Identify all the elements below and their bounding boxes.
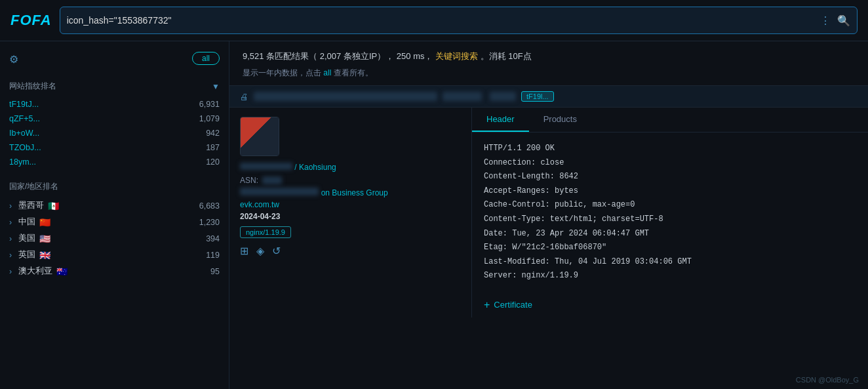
card-actions: ⊞ ◈ ↺	[240, 245, 461, 257]
header-line: HTTP/1.1 200 OK	[484, 142, 856, 156]
fingerprint-section-title: 网站指纹排名 ▼	[9, 81, 220, 92]
entry-url-blurred	[254, 92, 437, 101]
header-line: Last-Modified: Thu, 04 Jul 2019 03:04:06…	[484, 255, 856, 270]
asn-value-blurred	[262, 176, 282, 184]
search-icons: ⋮ 🔍	[820, 14, 850, 27]
result-card: / Kaohsiung ASN: on Business Group evk.c…	[229, 107, 868, 317]
screenshot-icon[interactable]: ⊞	[240, 245, 248, 257]
print-icon[interactable]: 🖨	[240, 92, 248, 102]
card-asn: ASN:	[240, 176, 461, 185]
list-item[interactable]: 18ym... 120	[9, 155, 220, 169]
list-item[interactable]: tF19tJ... 6,931	[9, 97, 220, 112]
stats-sub: 显示一年内数据，点击 all 查看所有。	[229, 65, 868, 85]
time-value: 250 ms，	[397, 51, 433, 61]
all-badge[interactable]: all	[192, 52, 220, 65]
search-input[interactable]	[67, 15, 820, 26]
unique-ip-count: 2,007 条独立IP），	[320, 51, 394, 61]
total-count: 9,521 条匹配结果（	[243, 51, 317, 61]
list-item[interactable]: Ib+oW... 942	[9, 126, 220, 140]
search-icon[interactable]: 🔍	[837, 14, 850, 27]
info-icon[interactable]: ◈	[256, 245, 264, 257]
header-line: Etag: W/"21c2-16bbaf06870"	[484, 241, 856, 255]
filter-icon[interactable]: ⚙	[9, 53, 18, 66]
header-line: Content-Type: text/html; charset=UTF-8	[484, 213, 856, 227]
keyword-search-link[interactable]: 关键词搜索	[435, 51, 478, 61]
entry-tag: tF19l...	[521, 91, 554, 102]
result-entry-header: 🖨 tF19l...	[229, 85, 868, 107]
content-area: 9,521 条匹配结果（ 2,007 条独立IP）， 250 ms， 关键词搜索…	[229, 41, 868, 389]
search-bar[interactable]: ⋮ 🔍	[60, 7, 858, 34]
card-domain[interactable]: evk.com.tw	[240, 200, 461, 209]
stats-bar: 9,521 条匹配结果（ 2,007 条独立IP）， 250 ms， 关键词搜索…	[229, 41, 868, 65]
dots-icon[interactable]: ⋮	[820, 14, 831, 27]
certificate-link[interactable]: + Certificate	[472, 293, 868, 317]
list-item[interactable]: › 英国 🇬🇧 119	[9, 247, 220, 263]
header-line: Content-Length: 8642	[484, 170, 856, 184]
logo-text: FOFA	[10, 12, 52, 28]
card-date: 2024-04-23	[240, 212, 461, 221]
header-line: Accept-Ranges: bytes	[484, 184, 856, 199]
header-content: HTTP/1.1 200 OK Connection: close Conten…	[472, 133, 868, 293]
list-item[interactable]: › 美国 🇺🇸 394	[9, 230, 220, 247]
logo: FOFA	[10, 12, 52, 29]
list-item[interactable]: qZF+5... 1,079	[9, 112, 220, 126]
tab-products[interactable]: Products	[529, 108, 591, 132]
header-line: Date: Tue, 23 Apr 2024 06:04:47 GMT	[484, 227, 856, 241]
plus-icon: +	[484, 299, 490, 311]
list-item[interactable]: › 澳大利亚 🇦🇺 95	[9, 263, 220, 279]
card-right-panel: Header Products HTTP/1.1 200 OK Connecti…	[472, 108, 868, 317]
header-line: Server: nginx/1.19.9	[484, 269, 856, 283]
country-rank-list: › 墨西哥 🇲🇽 6,683 › 中国 🇨🇳 1,230 › 美国 🇺🇸 394…	[9, 197, 220, 279]
card-left-panel: / Kaohsiung ASN: on Business Group evk.c…	[229, 108, 472, 317]
certificate-label: Certificate	[494, 300, 532, 310]
list-item[interactable]: › 中国 🇨🇳 1,230	[9, 214, 220, 230]
server-badge: nginx/1.19.9	[240, 226, 291, 238]
card-org: on Business Group	[240, 188, 461, 197]
tab-header[interactable]: Header	[472, 108, 529, 132]
fingerprint-filter-icon[interactable]: ▼	[212, 82, 220, 91]
list-item[interactable]: TZObJ... 187	[9, 140, 220, 155]
refresh-icon[interactable]: ↺	[272, 245, 281, 257]
main-layout: ⚙ all 网站指纹排名 ▼ tF19tJ... 6,931 qZF+5... …	[0, 41, 868, 389]
card-thumbnail	[240, 117, 279, 156]
footer-watermark: CSDN @OldBoy_G	[796, 376, 859, 384]
country-section-title: 国家/地区排名	[9, 181, 220, 192]
list-item[interactable]: › 墨西哥 🇲🇽 6,683	[9, 197, 220, 214]
header-line: Cache-Control: public, max-age=0	[484, 198, 856, 213]
sidebar: ⚙ all 网站指纹排名 ▼ tF19tJ... 6,931 qZF+5... …	[0, 41, 229, 389]
thumbnail-image	[241, 117, 279, 155]
top-bar: FOFA ⋮ 🔍	[0, 0, 868, 41]
city-link[interactable]: / Kaohsiung	[294, 163, 336, 172]
all-link[interactable]: all	[323, 68, 331, 77]
card-location: / Kaohsiung	[240, 163, 461, 172]
tabs-row: Header Products	[472, 108, 868, 133]
header-line: Connection: close	[484, 156, 856, 171]
fingerprint-rank-list: tF19tJ... 6,931 qZF+5... 1,079 Ib+oW... …	[9, 97, 220, 169]
